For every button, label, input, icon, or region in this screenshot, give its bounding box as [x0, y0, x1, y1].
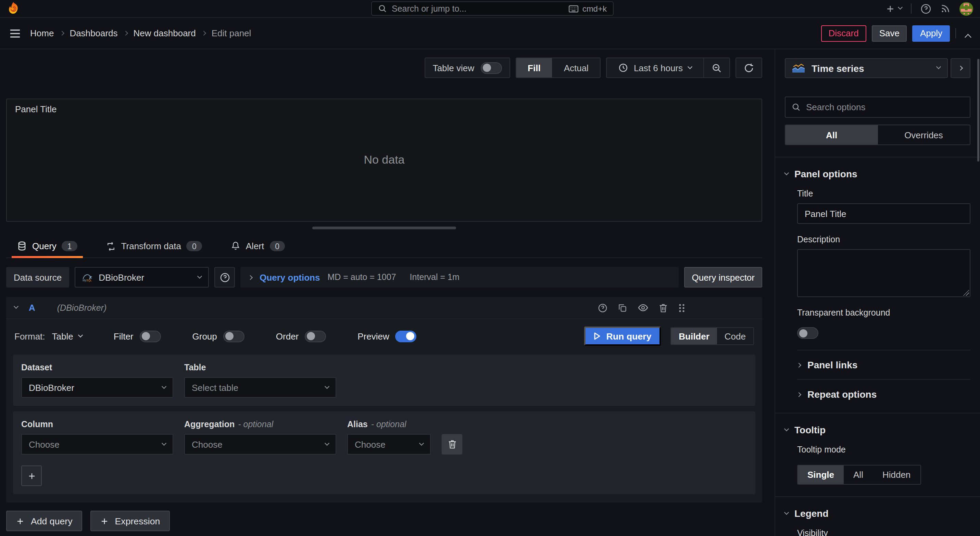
add-query-button[interactable]: Add query	[6, 511, 82, 531]
query-ref[interactable]: A	[29, 303, 35, 313]
discard-button[interactable]: Discard	[821, 25, 866, 41]
format-select[interactable]: Table	[52, 331, 82, 341]
datasource-picker[interactable]: MySQL DBioBroker	[75, 267, 209, 287]
user-avatar[interactable]	[959, 2, 973, 16]
help-button[interactable]	[920, 3, 931, 14]
order-toggle[interactable]	[305, 330, 326, 342]
new-menu-button[interactable]	[886, 4, 902, 13]
expression-button[interactable]: Expression	[91, 511, 170, 531]
remove-column-button[interactable]	[442, 434, 462, 455]
global-search[interactable]: cmd+k	[371, 2, 614, 16]
panel-preview[interactable]: Panel Title No data	[6, 98, 762, 222]
chevron-down-icon	[325, 384, 329, 389]
table-view-toggle[interactable]	[480, 62, 502, 74]
breadcrumb-new-dashboard[interactable]: New dashboard	[134, 28, 196, 38]
panel-options-body: Title Description Transparent background…	[775, 189, 980, 409]
filter-label: Filter	[114, 331, 134, 341]
hide-query-icon[interactable]	[638, 303, 649, 312]
visibility-label: Visibility	[797, 528, 970, 536]
alias-select[interactable]: Choose	[347, 434, 431, 455]
tab-alert-count: 0	[269, 241, 285, 251]
preview-toggle[interactable]	[396, 330, 417, 342]
description-input[interactable]	[797, 249, 970, 297]
options-search[interactable]	[785, 97, 970, 118]
filter-overrides-option[interactable]: Overrides	[878, 125, 970, 144]
breadcrumb-home[interactable]: Home	[30, 28, 54, 38]
shortcut-label: cmd+k	[582, 4, 607, 13]
visualization-name: Time series	[811, 63, 864, 74]
search-input[interactable]	[392, 4, 564, 13]
query-help-icon[interactable]	[598, 303, 608, 312]
repeat-options-section[interactable]: Repeat options	[797, 380, 970, 409]
tooltip-single-option[interactable]: Single	[798, 466, 844, 484]
transparent-background-toggle[interactable]	[797, 327, 818, 339]
fill-option[interactable]: Fill	[516, 58, 552, 77]
visualization-row: Time series	[785, 58, 970, 78]
panel-links-section[interactable]: Panel links	[797, 350, 970, 379]
tab-query-label: Query	[32, 241, 57, 251]
code-option[interactable]: Code	[717, 328, 753, 344]
save-button[interactable]: Save	[872, 25, 907, 41]
visualization-picker[interactable]: Time series	[785, 58, 948, 78]
column-field: Column Choose	[21, 420, 173, 455]
chevron-down-icon	[419, 441, 424, 445]
tab-transform-data[interactable]: Transform data 0	[101, 235, 207, 257]
toggle-viz-suggestions-button[interactable]	[951, 58, 970, 78]
actual-option[interactable]: Actual	[552, 58, 600, 77]
panel-resize-handle[interactable]	[312, 227, 456, 229]
menu-toggle-button[interactable]	[10, 29, 21, 38]
preview-label: Preview	[358, 331, 389, 341]
tooltip-hidden-option[interactable]: Hidden	[873, 466, 920, 484]
grafana-logo[interactable]	[7, 2, 20, 16]
panel-editor: Table view Fill Actual Last 6 hours	[0, 49, 775, 536]
dataset-label: Dataset	[21, 363, 52, 373]
add-column-button[interactable]	[21, 466, 42, 486]
options-search-input[interactable]	[806, 102, 964, 112]
sidebar-scrollbar[interactable]	[977, 59, 979, 162]
collapse-query-icon[interactable]	[14, 304, 19, 309]
table-select[interactable]: Select table	[184, 377, 336, 398]
breadcrumb-dashboards[interactable]: Dashboards	[70, 28, 118, 38]
search-icon	[792, 103, 800, 112]
tooltip-all-option[interactable]: All	[844, 466, 873, 484]
filter-toggle[interactable]	[140, 330, 161, 342]
aggregation-optional: - optional	[238, 420, 273, 429]
panel-options-header[interactable]: Panel options	[775, 157, 980, 179]
run-query-label: Run query	[606, 331, 651, 341]
legend-header[interactable]: Legend	[775, 497, 980, 519]
filter-all-option[interactable]: All	[786, 125, 878, 144]
tab-transform-count: 0	[187, 241, 202, 251]
query-options-link[interactable]: Query options	[259, 272, 320, 282]
fill-actual-segment: Fill Actual	[515, 57, 601, 78]
time-range-button[interactable]: Last 6 hours	[607, 58, 703, 77]
tooltip-header[interactable]: Tooltip	[775, 414, 980, 435]
drag-query-handle[interactable]	[678, 303, 686, 312]
resize-corner[interactable]	[963, 290, 969, 296]
panel-title-input[interactable]	[797, 203, 970, 224]
apply-button[interactable]: Apply	[913, 25, 950, 41]
query-inspector-button[interactable]: Query inspector	[684, 267, 762, 287]
tab-query-count: 1	[62, 241, 77, 251]
tab-alert[interactable]: Alert 0	[225, 235, 290, 257]
run-query-button[interactable]: Run query	[584, 327, 661, 346]
remove-query-icon[interactable]	[659, 303, 668, 312]
aggregation-select[interactable]: Choose	[184, 434, 336, 455]
alias-optional: - optional	[371, 420, 406, 429]
alias-label: Alias	[347, 420, 368, 429]
zoom-out-time-button[interactable]	[704, 58, 729, 77]
query-header: A (DBioBroker)	[6, 297, 762, 319]
builder-option[interactable]: Builder	[671, 328, 717, 344]
news-rss-button[interactable]	[940, 3, 951, 14]
duplicate-query-icon[interactable]	[618, 303, 627, 312]
tab-query[interactable]: Query 1	[12, 235, 83, 257]
dataset-select[interactable]: DBioBroker	[21, 377, 173, 398]
query-options-bar[interactable]: Query options MD = auto = 1007 Interval …	[240, 267, 679, 287]
datasource-help-button[interactable]	[214, 267, 235, 287]
add-query-label: Add query	[31, 516, 73, 526]
query-datasource-hint: (DBioBroker)	[57, 303, 107, 312]
collapse-options-pane-button[interactable]	[966, 28, 970, 38]
group-toggle[interactable]	[223, 330, 245, 342]
keyboard-icon	[569, 5, 579, 13]
column-select[interactable]: Choose	[21, 434, 173, 455]
refresh-button[interactable]	[736, 58, 762, 77]
